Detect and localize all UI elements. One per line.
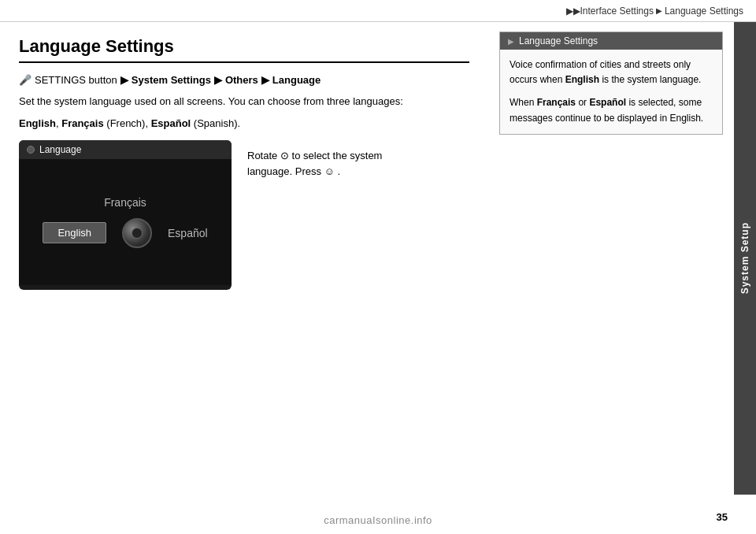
- lang-english: English: [19, 117, 56, 129]
- main-content: Language Settings 🎤 SETTINGS button ▶ Sy…: [0, 22, 488, 304]
- screen-body: Français English Español: [19, 159, 232, 285]
- screen-espanol: Español: [168, 227, 208, 239]
- page-title: Language Settings: [19, 36, 469, 63]
- screen-english-btn[interactable]: English: [43, 222, 106, 243]
- info-box-body: Voice confirmation of cities and streets…: [500, 50, 722, 134]
- triangle-icon: ▶: [508, 37, 514, 46]
- watermark: carmanuaIsonline.info: [324, 514, 432, 526]
- nav-arrow-1: ▶: [120, 74, 128, 86]
- info-para-1: Voice confirmation of cities and streets…: [510, 57, 713, 87]
- screen-header: Language: [19, 140, 232, 159]
- nav-arrow-2: ▶: [214, 74, 222, 86]
- lang-francais: Français: [61, 117, 103, 129]
- info-para-2: When Français or Español is selected, so…: [510, 95, 713, 125]
- rotate-icon: ⊙: [280, 150, 292, 161]
- breadcrumb-arrows: ▶▶: [566, 6, 580, 17]
- screen-francais: Français: [104, 196, 146, 209]
- nav-arrow-3: ▶: [261, 74, 269, 86]
- info-panel: ▶ Language Settings Voice confirmation o…: [488, 22, 734, 144]
- breadcrumb-part1: Interface Settings: [580, 6, 654, 17]
- knob-control[interactable]: [122, 218, 152, 248]
- settings-mic-icon: 🎤: [19, 74, 32, 86]
- knob-inner: [132, 228, 143, 239]
- breadcrumb-arrow1: ▶: [656, 6, 662, 15]
- page-number: 35: [717, 511, 728, 523]
- screen-section: Language Français English Español Rotate…: [19, 140, 469, 290]
- sidebar-label: System Setup: [739, 222, 750, 294]
- period: .: [337, 165, 340, 177]
- breadcrumb-instruction: 🎤 SETTINGS button ▶ System Settings ▶ Ot…: [19, 74, 469, 86]
- language-options-text: English, Français (French), Español (Spa…: [19, 117, 469, 129]
- screen-dot-icon: [27, 146, 35, 154]
- lang-option-row: English Español: [43, 218, 207, 248]
- info-box: ▶ Language Settings Voice confirmation o…: [499, 32, 723, 135]
- info-box-header: ▶ Language Settings: [500, 32, 722, 50]
- screen-header-label: Language: [39, 144, 81, 155]
- info-box-title: Language Settings: [519, 35, 598, 46]
- instruction-others: Others: [225, 74, 258, 86]
- rotate-label: Rotate: [247, 150, 277, 161]
- breadcrumb-part2: Language Settings: [665, 6, 743, 17]
- instruction-settings: SETTINGS button: [35, 74, 117, 86]
- info-francais-bold: Français: [537, 97, 576, 108]
- instruction-system: System Settings: [132, 74, 211, 86]
- screen-mockup: Language Français English Español: [19, 140, 232, 290]
- sidebar-tab: System Setup: [734, 22, 756, 495]
- breadcrumb-bar: ▶▶ Interface Settings ▶ Language Setting…: [0, 0, 756, 22]
- lang-espanol: Español: [151, 117, 191, 129]
- screen-instruction: Rotate ⊙ to select the system language. …: [247, 140, 405, 181]
- description-text: Set the system language used on all scre…: [19, 94, 469, 109]
- info-espanol-bold: Español: [589, 97, 626, 108]
- instruction-language: Language: [272, 74, 321, 86]
- info-english-bold: English: [565, 74, 599, 85]
- press-icon: ☺: [324, 165, 335, 177]
